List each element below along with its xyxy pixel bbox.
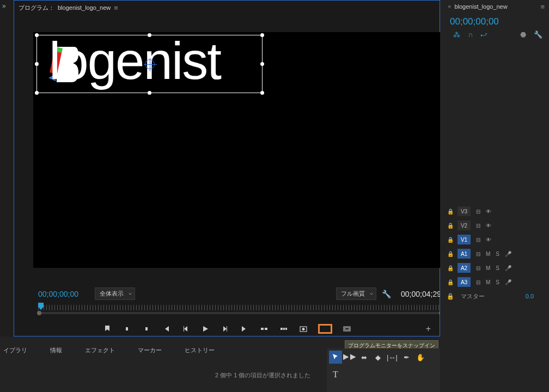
snap-icon[interactable]: ⁂: [453, 30, 460, 39]
zoom-select[interactable]: 全体表示: [95, 287, 135, 300]
comparison-view-button[interactable]: [318, 324, 332, 334]
linked-selection-icon[interactable]: ∩: [468, 30, 473, 39]
export-frame-icon[interactable]: [298, 324, 308, 334]
toggle-output-icon[interactable]: ⊟: [476, 223, 480, 229]
step-forward-icon[interactable]: [220, 324, 230, 334]
lock-icon[interactable]: 🔒: [447, 209, 454, 215]
play-icon[interactable]: [200, 324, 210, 334]
slip-tool-icon[interactable]: |↔|: [386, 351, 399, 364]
track-label-a1[interactable]: A1: [457, 249, 471, 259]
anchor-point-icon[interactable]: [145, 59, 155, 69]
track-master[interactable]: 🔒 マスター 0.0: [440, 289, 549, 303]
toggle-output-icon[interactable]: ⊟: [476, 251, 480, 257]
lock-icon[interactable]: 🔒: [447, 279, 454, 285]
track-label-v2[interactable]: V2: [457, 220, 471, 230]
solo-icon[interactable]: S: [496, 265, 499, 271]
eye-icon[interactable]: 👁: [486, 223, 491, 229]
toggle-output-icon[interactable]: ⊟: [476, 279, 480, 285]
zoom-bar[interactable]: [38, 312, 442, 314]
resize-handle-tm[interactable]: [148, 33, 151, 37]
resize-handle-bm[interactable]: [148, 91, 151, 95]
track-v2[interactable]: 🔒 V2 ⊟👁: [440, 218, 549, 232]
expand-panel-icon[interactable]: »: [2, 2, 6, 10]
track-label-a3[interactable]: A3: [457, 277, 471, 287]
quality-select[interactable]: フル画質: [336, 287, 376, 300]
extract-icon[interactable]: [279, 324, 289, 334]
timeline-settings-icon[interactable]: 🔧: [534, 30, 542, 39]
voice-icon[interactable]: 🎤: [505, 251, 511, 257]
razor-tool-icon[interactable]: ◆: [371, 351, 385, 364]
lock-icon[interactable]: 🔒: [447, 223, 454, 229]
scrubber[interactable]: [38, 303, 442, 314]
mute-icon[interactable]: M: [486, 279, 490, 285]
track-label-v3[interactable]: V3: [457, 206, 471, 216]
timeline-timecode[interactable]: 00;00;00;00: [440, 13, 549, 30]
track-label-v1[interactable]: V1: [457, 235, 471, 244]
toggle-output-icon[interactable]: ⊟: [476, 209, 480, 215]
status-text: 2 個中 1 個の項目が選択されました: [215, 371, 310, 379]
sequence-tab[interactable]: × blogenist_logo_new ≡: [440, 0, 549, 13]
resize-handle-bl[interactable]: [35, 91, 39, 95]
voice-icon[interactable]: 🎤: [505, 265, 511, 271]
ripple-edit-tool-icon[interactable]: ⬌: [357, 351, 370, 364]
pen-tool-icon[interactable]: ✒: [400, 351, 413, 364]
track-a3[interactable]: 🔒 A3 ⊟MS🎤: [440, 275, 549, 289]
type-tool-icon[interactable]: T: [329, 368, 342, 381]
svg-rect-3: [261, 328, 264, 330]
go-to-out-icon[interactable]: [240, 324, 249, 334]
toggle-output-icon[interactable]: ⊟: [476, 265, 480, 271]
lock-icon[interactable]: 🔒: [447, 293, 454, 300]
step-back-icon[interactable]: [181, 324, 191, 334]
zoom-handle-left[interactable]: [37, 311, 41, 315]
svg-point-9: [302, 328, 304, 330]
track-select-tool-icon[interactable]: ⯈⯈: [343, 351, 356, 364]
solo-icon[interactable]: S: [496, 279, 499, 285]
button-editor-icon[interactable]: +: [426, 324, 431, 334]
lock-icon[interactable]: 🔒: [447, 265, 454, 271]
voice-icon[interactable]: 🎤: [505, 279, 511, 285]
tab-markers[interactable]: マーカー: [138, 346, 162, 354]
resize-handle-tr[interactable]: [260, 33, 264, 37]
resize-handle-br[interactable]: [260, 91, 264, 95]
resize-handle-mr[interactable]: [260, 62, 264, 66]
lock-icon[interactable]: 🔒: [447, 251, 454, 257]
current-timecode[interactable]: 00;00;00;00: [38, 290, 78, 298]
close-tab-icon[interactable]: ×: [448, 3, 451, 10]
toggle-output-icon[interactable]: ⊟: [476, 237, 480, 243]
settings-wrench-icon[interactable]: 🔧: [382, 290, 391, 298]
track-label-a2[interactable]: A2: [457, 263, 471, 273]
tab-info[interactable]: 情報: [50, 346, 62, 354]
selected-graphic[interactable]: logenist: [36, 35, 263, 93]
marker-shield-icon[interactable]: ⬣: [520, 30, 526, 39]
go-to-in-icon[interactable]: [161, 324, 171, 334]
mute-icon[interactable]: M: [486, 251, 490, 257]
resize-handle-ml[interactable]: [35, 62, 39, 66]
marker-icon[interactable]: [102, 324, 112, 334]
panel-menu-icon[interactable]: ≡: [114, 4, 118, 12]
safe-margins-icon[interactable]: [342, 324, 352, 334]
lock-icon[interactable]: 🔒: [447, 237, 454, 243]
mute-icon[interactable]: M: [486, 265, 490, 271]
track-a1[interactable]: 🔒 A1 ⊟MS🎤: [440, 247, 549, 261]
tab-library[interactable]: イブラリ: [3, 346, 27, 354]
hand-tool-icon[interactable]: ✋: [414, 351, 427, 364]
sequence-name: blogenist_logo_new: [454, 3, 507, 10]
track-a2[interactable]: 🔒 A2 ⊟MS🎤: [440, 261, 549, 275]
panel-menu-icon[interactable]: ≡: [540, 3, 545, 11]
track-v3[interactable]: 🔒 V3 ⊟👁: [440, 204, 549, 218]
add-marker-icon[interactable]: ⮐: [480, 30, 487, 39]
video-monitor[interactable]: logenist: [33, 32, 447, 268]
resize-handle-tl[interactable]: [35, 33, 39, 37]
eye-icon[interactable]: 👁: [486, 209, 491, 215]
in-point-icon[interactable]: [122, 324, 132, 334]
lift-icon[interactable]: [259, 324, 269, 334]
eye-icon[interactable]: 👁: [486, 237, 491, 243]
selection-tool-icon[interactable]: [329, 351, 342, 364]
logo-wordmark: logenist: [49, 31, 221, 91]
tab-effects[interactable]: エフェクト: [85, 346, 115, 354]
solo-icon[interactable]: S: [496, 251, 499, 257]
tab-history[interactable]: ヒストリー: [185, 346, 215, 354]
master-value[interactable]: 0.0: [526, 293, 534, 299]
track-v1[interactable]: 🔒 V1 ⊟👁: [440, 232, 549, 247]
out-point-icon[interactable]: [142, 324, 151, 334]
